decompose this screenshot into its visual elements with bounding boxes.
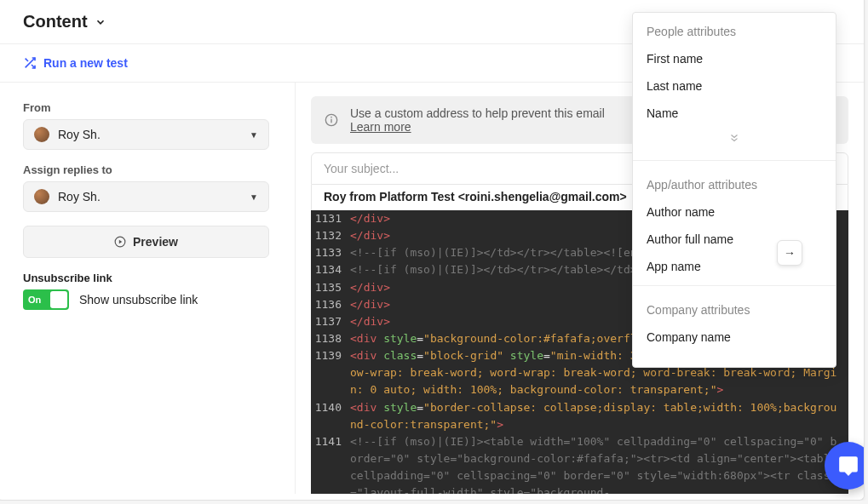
run-test-label: Run a new test	[43, 56, 128, 70]
code-line[interactable]: 1141<!--[if (mso)|(IE)]><table width="10…	[311, 433, 848, 494]
email-content-panel: Content Run a new test From Roy Sh. ▼	[0, 0, 865, 501]
subject-placeholder: Your subject...	[324, 162, 399, 175]
dropdown-item[interactable]: App name	[633, 253, 836, 280]
line-number: 1137	[311, 313, 350, 330]
dropdown-section-header: People attributes	[633, 13, 836, 45]
dropdown-scroll[interactable]: People attributesFirst nameLast nameName…	[633, 13, 836, 367]
from-field-group: From Roy Sh. ▼	[23, 101, 269, 150]
play-icon	[114, 236, 126, 248]
shuffle-icon	[23, 56, 37, 70]
info-text: Use a custom address to help prevent thi…	[350, 106, 605, 120]
chevron-down-icon[interactable]	[95, 16, 106, 28]
line-number: 1133	[311, 244, 350, 261]
page-title: Content	[23, 12, 88, 32]
from-label: From	[23, 101, 269, 114]
assign-label: Assign replies to	[23, 163, 269, 176]
assign-select[interactable]: Roy Sh. ▼	[23, 181, 269, 212]
svg-marker-4	[119, 240, 123, 244]
unsubscribe-toggle[interactable]: On	[23, 289, 69, 310]
svg-line-2	[26, 59, 28, 61]
avatar	[34, 189, 49, 204]
chat-fab[interactable]	[825, 442, 865, 490]
from-select[interactable]: Roy Sh. ▼	[23, 119, 269, 150]
dropdown-item[interactable]: Author full name	[633, 226, 836, 253]
svg-point-7	[331, 117, 332, 118]
separator	[633, 160, 836, 161]
sidebar: From Roy Sh. ▼ Assign replies to Roy Sh.	[0, 83, 296, 494]
assign-field-group: Assign replies to Roy Sh. ▼	[23, 163, 269, 212]
dropdown-item[interactable]: First name	[633, 45, 836, 72]
line-number: 1141	[311, 433, 350, 494]
chevron-down-icon: ▼	[250, 130, 258, 140]
line-number: 1138	[311, 330, 350, 347]
preview-button[interactable]: Preview	[23, 226, 269, 258]
arrow-right-icon: →	[784, 246, 796, 260]
separator	[633, 285, 836, 286]
line-number: 1132	[311, 227, 350, 244]
info-icon	[325, 113, 338, 127]
dropdown-section-header: Company attributes	[633, 291, 836, 324]
chevron-down-icon: ▼	[250, 192, 258, 202]
toggle-state-label: On	[28, 295, 41, 305]
code-line[interactable]: 1140<div style="border-collapse: collaps…	[311, 399, 848, 433]
dropdown-item[interactable]: Name	[633, 100, 836, 127]
line-number: 1139	[311, 347, 350, 398]
dropdown-item[interactable]: Last name	[633, 72, 836, 100]
attributes-dropdown: People attributesFirst nameLast nameName…	[632, 12, 836, 368]
dropdown-item[interactable]: Author name	[633, 198, 836, 226]
next-arrow-button[interactable]: →	[777, 240, 802, 266]
assign-value: Roy Sh.	[58, 190, 101, 203]
unsubscribe-group: Unsubscribe link On Show unsubscribe lin…	[23, 272, 269, 310]
line-number: 1136	[311, 296, 350, 313]
toggle-knob	[50, 291, 67, 308]
from-value: Roy Sh.	[58, 128, 101, 141]
expand-icon[interactable]	[633, 127, 836, 155]
line-number: 1131	[311, 210, 350, 227]
preview-label: Preview	[133, 235, 178, 249]
line-number: 1135	[311, 279, 350, 296]
line-number: 1140	[311, 399, 350, 433]
unsubscribe-header: Unsubscribe link	[23, 272, 269, 284]
chat-icon	[837, 455, 859, 477]
code-content[interactable]: <!--[if (mso)|(IE)]><table width="100%" …	[350, 433, 848, 494]
learn-more-link[interactable]: Learn more	[350, 120, 411, 134]
dropdown-section-header: App/author attributes	[633, 166, 836, 198]
code-content[interactable]: <div style="border-collapse: collapse;di…	[350, 399, 848, 433]
line-number: 1134	[311, 261, 350, 278]
dropdown-item[interactable]: Company name	[633, 324, 836, 351]
unsubscribe-text: Show unsubscribe link	[79, 293, 198, 306]
avatar	[34, 127, 49, 142]
